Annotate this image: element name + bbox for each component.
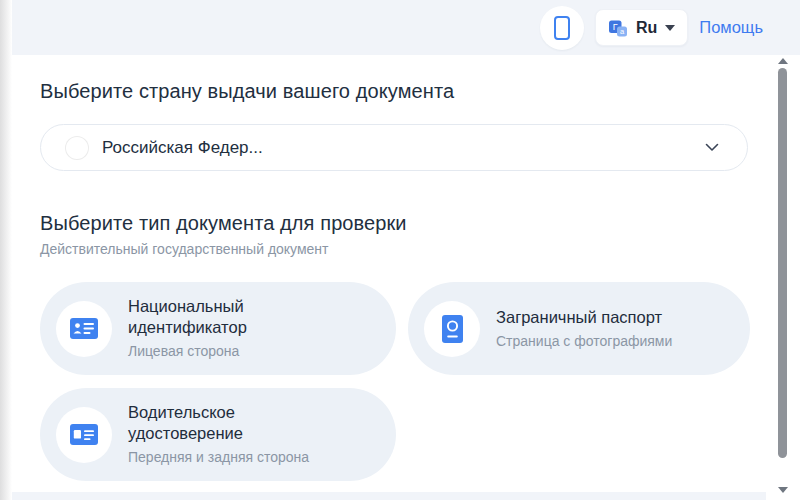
russia-flag-icon bbox=[65, 136, 89, 160]
smartphone-icon bbox=[554, 16, 570, 40]
mobile-phone-button[interactable] bbox=[540, 6, 584, 50]
passport-icon bbox=[424, 301, 480, 357]
id-card-icon bbox=[56, 301, 112, 357]
page-edge-shadow bbox=[0, 0, 12, 500]
country-section-title: Выберите страну выдачи вашего документа bbox=[40, 80, 800, 103]
top-bar: Г a Ru Помощь bbox=[10, 0, 800, 55]
option-title: Заграничный паспорт bbox=[496, 307, 672, 328]
option-national-identifier[interactable]: Национальный идентификатор Лицевая сторо… bbox=[40, 282, 396, 375]
option-subtitle: Передняя и задняя сторона bbox=[128, 448, 313, 467]
verification-widget: Г a Ru Помощь Выберите страну выдачи ваш… bbox=[0, 0, 800, 500]
footer-bar bbox=[10, 492, 766, 500]
language-code: Ru bbox=[636, 19, 657, 37]
language-selector[interactable]: Г a Ru bbox=[595, 9, 688, 46]
option-title: Национальный идентификатор bbox=[128, 296, 313, 338]
scrollbar-thumb[interactable] bbox=[778, 68, 787, 458]
scrollbar bbox=[776, 55, 790, 500]
help-link[interactable]: Помощь bbox=[699, 18, 763, 37]
document-type-options: Национальный идентификатор Лицевая сторо… bbox=[40, 282, 800, 481]
chevron-down-icon bbox=[665, 25, 675, 31]
option-drivers-license[interactable]: Водительское удостоверение Передняя и за… bbox=[40, 388, 396, 481]
country-select[interactable]: Российская Федер... bbox=[40, 124, 748, 171]
option-subtitle: Страница с фотографиями bbox=[496, 332, 672, 351]
selected-country: Российская Федер... bbox=[102, 138, 263, 158]
main-content: Выберите страну выдачи вашего документа … bbox=[10, 55, 800, 500]
translate-icon: Г a bbox=[608, 18, 628, 38]
scroll-up-arrow-icon[interactable] bbox=[778, 58, 788, 64]
document-section-title: Выберите тип документа для проверки bbox=[40, 212, 800, 235]
drivers-license-icon bbox=[56, 407, 112, 463]
chevron-down-icon bbox=[705, 143, 719, 152]
option-title: Водительское удостоверение bbox=[128, 402, 313, 444]
scroll-down-arrow-icon[interactable] bbox=[778, 487, 788, 493]
option-international-passport[interactable]: Заграничный паспорт Страница с фотографи… bbox=[408, 282, 750, 375]
option-subtitle: Лицевая сторона bbox=[128, 342, 313, 361]
document-section-subtitle: Действительный государственный документ bbox=[40, 241, 800, 257]
